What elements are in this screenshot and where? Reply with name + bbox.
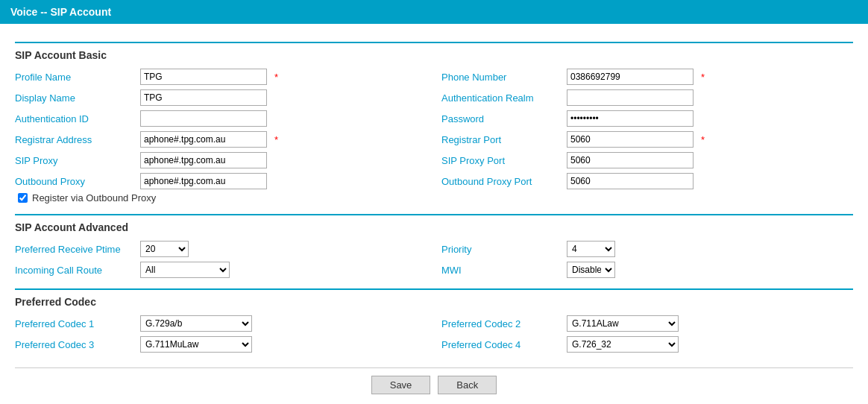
label-priority: Priority (441, 244, 561, 255)
field-mwi: MWI Disable Enable (441, 262, 853, 278)
field-incoming-call-route: Incoming Call Route All Line1 Line2 (15, 262, 427, 278)
select-ptime[interactable]: 20 30 40 (140, 241, 189, 257)
label-mwi: MWI (441, 265, 561, 276)
label-outbound-proxy-port: Outbound Proxy Port (441, 176, 561, 187)
label-sip-proxy: SIP Proxy (15, 155, 134, 166)
select-codec1[interactable]: G.729a/b G.711ALaw G.711MuLaw G.726_32 (140, 315, 252, 332)
required-registrar-port: * (701, 134, 705, 145)
label-phone-number: Phone Number (441, 72, 561, 83)
input-auth-id[interactable] (140, 110, 267, 127)
field-outbound-proxy: Outbound Proxy (15, 173, 427, 189)
field-phone-number: Phone Number * (441, 69, 853, 85)
title-bar: Voice -- SIP Account (0, 0, 868, 24)
label-codec4: Preferred Codec 4 (441, 339, 561, 350)
field-registrar-port: Registrar Port * (441, 131, 853, 148)
label-registrar-port: Registrar Port (441, 134, 561, 145)
field-codec1: Preferred Codec 1 G.729a/b G.711ALaw G.7… (15, 315, 427, 332)
label-codec2: Preferred Codec 2 (441, 318, 561, 329)
input-password[interactable] (567, 110, 694, 127)
input-display-name[interactable] (140, 89, 267, 106)
checkbox-label-register-outbound: Register via Outbound Proxy (32, 192, 156, 203)
label-ptime: Preferred Receive Ptime (15, 244, 134, 255)
title-label: Voice -- SIP Account (10, 6, 111, 18)
input-registrar-address[interactable] (140, 131, 267, 148)
label-codec3: Preferred Codec 3 (15, 339, 134, 350)
field-ptime: Preferred Receive Ptime 20 30 40 (15, 241, 427, 257)
section-codec-title: Preferred Codec (15, 296, 853, 308)
select-codec2[interactable]: G.711ALaw G.729a/b G.711MuLaw G.726_32 (567, 315, 679, 332)
required-phone-number: * (701, 72, 705, 83)
input-profile-name[interactable] (140, 69, 267, 85)
label-incoming-call-route: Incoming Call Route (15, 265, 134, 276)
select-priority[interactable]: 4 1 2 3 (567, 241, 615, 257)
section-codec: Preferred Codec Preferred Codec 1 G.729a… (15, 288, 853, 353)
input-outbound-proxy-port[interactable] (567, 173, 694, 189)
field-display-name: Display Name (15, 89, 427, 106)
select-mwi[interactable]: Disable Enable (567, 262, 615, 278)
field-codec4: Preferred Codec 4 G.726_32 G.729a/b G.71… (441, 336, 853, 353)
required-profile-name: * (274, 72, 278, 83)
input-auth-realm[interactable] (567, 89, 694, 106)
select-codec4[interactable]: G.726_32 G.729a/b G.711ALaw G.711MuLaw (567, 336, 679, 353)
label-password: Password (441, 113, 561, 124)
register-via-outbound-proxy-row: Register via Outbound Proxy (15, 192, 853, 203)
input-outbound-proxy[interactable] (140, 173, 267, 189)
field-profile-name: Profile Name * (15, 69, 427, 85)
field-auth-id: Authentication ID (15, 110, 427, 127)
input-registrar-port[interactable] (567, 131, 694, 148)
field-outbound-proxy-port: Outbound Proxy Port (441, 173, 853, 189)
label-sip-proxy-port: SIP Proxy Port (441, 155, 561, 166)
input-phone-number[interactable] (567, 69, 694, 85)
input-sip-proxy-port[interactable] (567, 152, 694, 168)
select-incoming-call-route[interactable]: All Line1 Line2 (140, 262, 230, 278)
label-outbound-proxy: Outbound Proxy (15, 176, 134, 187)
label-registrar-address: Registrar Address (15, 134, 134, 145)
field-password: Password (441, 110, 853, 127)
input-sip-proxy[interactable] (140, 152, 267, 168)
field-priority: Priority 4 1 2 3 (441, 241, 853, 257)
checkbox-register-outbound[interactable] (18, 193, 28, 203)
save-button[interactable]: Save (371, 376, 431, 394)
footer-buttons: Save Back (15, 367, 853, 394)
label-auth-realm: Authentication Realm (441, 92, 561, 104)
required-registrar-address: * (274, 134, 278, 145)
select-codec3[interactable]: G.711MuLaw G.729a/b G.711ALaw G.726_32 (140, 336, 252, 353)
section-advanced: SIP Account Advanced Preferred Receive P… (15, 214, 853, 278)
field-sip-proxy: SIP Proxy (15, 152, 427, 168)
label-auth-id: Authentication ID (15, 113, 134, 124)
back-button[interactable]: Back (438, 376, 497, 394)
label-profile-name: Profile Name (15, 72, 134, 83)
field-registrar-address: Registrar Address * (15, 131, 427, 148)
section-basic-title: SIP Account Basic (15, 49, 853, 61)
field-auth-realm: Authentication Realm (441, 89, 853, 106)
label-codec1: Preferred Codec 1 (15, 318, 134, 329)
field-codec2: Preferred Codec 2 G.711ALaw G.729a/b G.7… (441, 315, 853, 332)
field-codec3: Preferred Codec 3 G.711MuLaw G.729a/b G.… (15, 336, 427, 353)
section-advanced-title: SIP Account Advanced (15, 221, 853, 233)
label-display-name: Display Name (15, 92, 134, 104)
field-sip-proxy-port: SIP Proxy Port (441, 152, 853, 168)
section-basic: SIP Account Basic Profile Name * Display… (15, 42, 853, 203)
